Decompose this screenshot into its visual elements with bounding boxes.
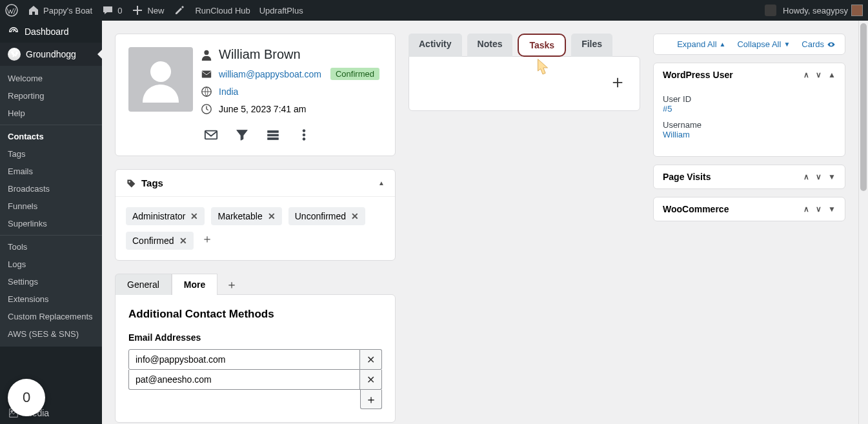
- svg-rect-10: [268, 138, 279, 140]
- sidebar-sub-tags[interactable]: Tags: [0, 145, 102, 163]
- cards-toggle-button[interactable]: Cards: [802, 39, 836, 49]
- activity-tabs: ActivityNotesTasksFiles: [409, 34, 640, 57]
- howdy-link[interactable]: Howdy, seagypsy: [783, 5, 863, 16]
- collapse-caret-icon[interactable]: ▲: [378, 179, 385, 187]
- tasks-body: ＋: [409, 56, 640, 111]
- panel-header[interactable]: WordPress User ∧ ∨ ▲: [654, 63, 845, 86]
- email-icon: [201, 68, 212, 80]
- cards-control-bar: Expand All ▲ Collapse All ▼ Cards: [653, 34, 845, 55]
- filter-button[interactable]: [234, 127, 250, 143]
- svg-point-12: [303, 134, 305, 136]
- wp-logo[interactable]: [5, 4, 18, 17]
- runcloud-link[interactable]: RunCloud Hub: [195, 6, 250, 15]
- gh-admin-icon[interactable]: [765, 5, 776, 16]
- move-down-icon[interactable]: ∨: [816, 172, 822, 181]
- email-row: ✕: [128, 349, 382, 370]
- add-tag-button[interactable]: ＋: [200, 232, 214, 246]
- sidebar-sub-broadcasts[interactable]: Broadcasts: [0, 180, 102, 197]
- expand-icon[interactable]: ▼: [828, 172, 836, 181]
- svg-rect-9: [268, 134, 279, 136]
- contact-detail-section: General More ＋ Additional Contact Method…: [115, 274, 396, 423]
- tags-header[interactable]: Tags ▲: [116, 170, 395, 197]
- email-input-1[interactable]: [128, 349, 360, 370]
- svg-rect-8: [268, 131, 279, 133]
- mid-tab-tasks[interactable]: Tasks: [518, 34, 566, 57]
- sidebar-sub-help[interactable]: Help: [0, 105, 102, 122]
- add-email-button[interactable]: ＋: [360, 390, 382, 409]
- remove-tag-button[interactable]: ✕: [179, 236, 187, 246]
- sidebar-sub-emails[interactable]: Emails: [0, 163, 102, 180]
- userid-value[interactable]: #5: [663, 104, 672, 114]
- move-up-icon[interactable]: ∧: [803, 70, 809, 79]
- emails-label: Email Addresses: [128, 332, 382, 343]
- sidebar-dashboard[interactable]: Dashboard: [0, 21, 102, 43]
- sidebar-sub-aws-ses-sns-[interactable]: AWS (SES & SNS): [0, 325, 102, 343]
- edit-icon[interactable]: [173, 4, 186, 17]
- sidebar-groundhogg[interactable]: Groundhogg: [0, 43, 102, 66]
- mid-tab-activity[interactable]: Activity: [409, 34, 462, 57]
- sidebar-sub-superlinks[interactable]: Superlinks: [0, 215, 102, 232]
- collapse-icon[interactable]: ▲: [828, 70, 836, 79]
- sidebar-sub-contacts[interactable]: Contacts: [0, 128, 102, 145]
- move-down-icon[interactable]: ∨: [816, 205, 822, 214]
- panel-header[interactable]: Page Visits ∧ ∨ ▼: [654, 165, 845, 188]
- panel-page-visits: Page Visits ∧ ∨ ▼: [653, 165, 845, 189]
- remove-tag-button[interactable]: ✕: [190, 211, 198, 221]
- sidebar-divider: [0, 235, 102, 236]
- scrollbar-track[interactable]: [858, 21, 868, 424]
- site-home[interactable]: Pappy's Boat: [27, 4, 92, 17]
- tab-general[interactable]: General: [115, 274, 172, 295]
- updraft-link[interactable]: UpdraftPlus: [259, 6, 303, 15]
- contact-region[interactable]: India: [219, 86, 238, 97]
- mid-tab-files[interactable]: Files: [571, 34, 612, 57]
- comments-link[interactable]: 0: [101, 4, 122, 17]
- sidebar-sub-welcome[interactable]: Welcome: [0, 70, 102, 87]
- scrollbar-thumb[interactable]: [860, 23, 867, 191]
- remove-tag-button[interactable]: ✕: [351, 211, 359, 221]
- email-input-2[interactable]: [128, 370, 360, 390]
- svg-point-11: [303, 130, 305, 132]
- move-up-icon[interactable]: ∧: [803, 205, 809, 214]
- add-tab-button[interactable]: ＋: [223, 276, 241, 294]
- new-button[interactable]: New: [131, 4, 164, 17]
- sidebar-divider: [0, 125, 102, 125]
- svg-point-2: [150, 61, 171, 82]
- sidebar-sub-settings[interactable]: Settings: [0, 273, 102, 290]
- sidebar-sub-tools[interactable]: Tools: [0, 238, 102, 256]
- sidebar-sub-reporting[interactable]: Reporting: [0, 87, 102, 105]
- mid-tab-notes[interactable]: Notes: [467, 34, 513, 57]
- contact-header-card: William Brown william@pappysboat.com Con…: [115, 34, 396, 156]
- remove-tag-button[interactable]: ✕: [268, 211, 276, 221]
- move-up-icon[interactable]: ∧: [803, 172, 809, 181]
- contact-avatar: [128, 47, 193, 112]
- sidebar-sub-funnels[interactable]: Funnels: [0, 197, 102, 215]
- tag-label: Marketable: [217, 211, 262, 221]
- tag-chip: Confirmed✕: [126, 232, 194, 250]
- send-email-button[interactable]: [203, 127, 219, 143]
- remove-email-button[interactable]: ✕: [360, 370, 382, 390]
- expand-all-button[interactable]: Expand All ▲: [677, 39, 725, 49]
- more-panel: Additional Contact Methods Email Address…: [115, 294, 396, 423]
- panel-wordpress-user: WordPress User ∧ ∨ ▲ User ID #5 Username…: [653, 63, 845, 157]
- list-button[interactable]: [265, 127, 281, 143]
- contact-email[interactable]: william@pappysboat.com: [219, 69, 321, 79]
- sidebar-sub-logs[interactable]: Logs: [0, 256, 102, 273]
- collapse-all-button[interactable]: Collapse All ▼: [737, 39, 790, 49]
- username-label: Username: [663, 120, 836, 130]
- tab-more[interactable]: More: [172, 274, 217, 295]
- move-down-icon[interactable]: ∨: [816, 70, 822, 79]
- sidebar-sub-extensions[interactable]: Extensions: [0, 290, 102, 308]
- remove-email-button[interactable]: ✕: [360, 349, 382, 370]
- status-badge: Confirmed: [330, 68, 379, 80]
- more-actions-button[interactable]: [296, 127, 312, 143]
- expand-icon[interactable]: ▼: [828, 205, 836, 214]
- sidebar-sub-custom-replacements[interactable]: Custom Replacements: [0, 308, 102, 325]
- help-bubble-button[interactable]: 0: [8, 379, 45, 416]
- panel-header[interactable]: WooCommerce ∧ ∨ ▼: [654, 197, 845, 221]
- svg-point-13: [303, 138, 305, 141]
- svg-point-14: [128, 181, 130, 182]
- username-value[interactable]: William: [663, 130, 690, 139]
- add-task-button[interactable]: ＋: [609, 70, 627, 97]
- tag-label: Administrator: [132, 211, 185, 221]
- user-avatar-icon: [851, 5, 863, 16]
